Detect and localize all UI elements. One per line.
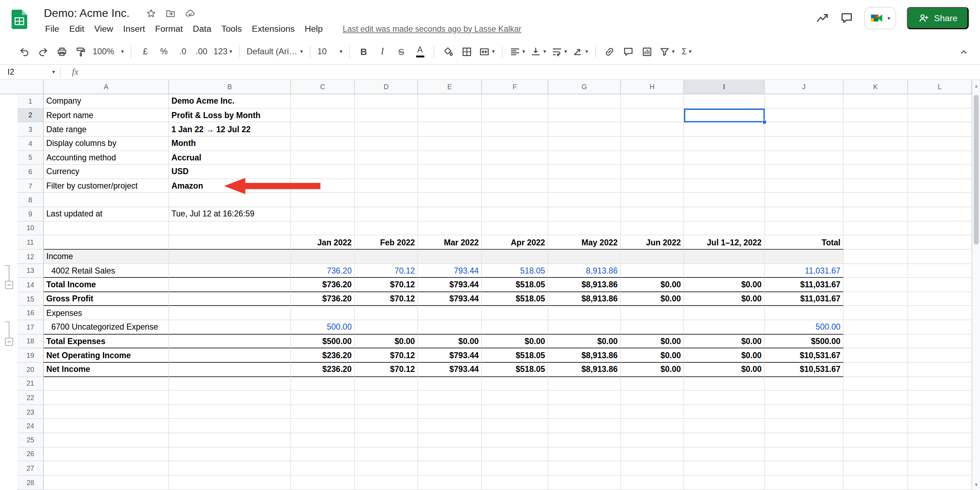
cell-B5[interactable]: Accrual	[169, 151, 291, 165]
star-button[interactable]	[146, 8, 156, 18]
cell-D20[interactable]: $70.12	[355, 363, 418, 377]
cell-K8[interactable]	[843, 193, 908, 207]
cell-L2[interactable]	[908, 108, 972, 122]
cell-J27[interactable]	[765, 461, 844, 476]
cell-G16[interactable]	[548, 306, 621, 320]
row-header-16[interactable]: 16	[18, 306, 44, 320]
cell-G25[interactable]	[548, 433, 621, 447]
cell-C24[interactable]	[291, 419, 355, 433]
cell-B1[interactable]: Demo Acme Inc.	[169, 94, 291, 108]
row-header-26[interactable]: 26	[18, 447, 44, 461]
collapse-toolbar-button[interactable]	[955, 43, 973, 60]
cell-I7[interactable]	[684, 179, 765, 193]
cell-I11[interactable]: Jul 1–12, 2022	[684, 235, 765, 250]
sheets-logo-icon[interactable]	[11, 10, 27, 32]
cell-B20[interactable]	[169, 363, 291, 377]
cell-K2[interactable]	[843, 108, 908, 122]
borders-button[interactable]	[458, 43, 476, 60]
cell-L19[interactable]	[908, 348, 972, 362]
cell-I10[interactable]	[684, 221, 765, 235]
cell-B3[interactable]: 1 Jan 22 → 12 Jul 22	[169, 122, 291, 136]
scrollbar-thumb[interactable]	[974, 95, 978, 245]
cell-K21[interactable]	[843, 377, 908, 391]
cell-L6[interactable]	[908, 165, 972, 179]
font-size-button[interactable]: 10▾	[315, 43, 344, 60]
cell-D14[interactable]: $70.12	[355, 278, 418, 292]
cell-E20[interactable]: $793.44	[418, 363, 482, 377]
cell-G5[interactable]	[548, 151, 621, 165]
insert-comment-button[interactable]	[619, 43, 637, 60]
cell-A12[interactable]: Income	[44, 250, 169, 264]
cell-C13[interactable]: 736.20	[291, 264, 355, 278]
cell-K27[interactable]	[843, 461, 908, 476]
format-percent-button[interactable]: %	[155, 43, 173, 60]
cell-B26[interactable]	[169, 447, 291, 461]
cell-C19[interactable]: $236.20	[291, 348, 355, 362]
cell-J15[interactable]: $11,031.67	[765, 292, 844, 306]
row-header-3[interactable]: 3	[18, 122, 44, 136]
insert-chart-button[interactable]	[638, 43, 656, 60]
cell-G28[interactable]	[548, 476, 621, 490]
row-header-12[interactable]: 12	[18, 250, 44, 264]
cell-J25[interactable]	[765, 433, 844, 447]
cell-G24[interactable]	[548, 419, 621, 433]
cell-F12[interactable]	[482, 250, 548, 264]
column-header-C[interactable]: C	[291, 80, 355, 95]
row-header-10[interactable]: 10	[18, 221, 44, 235]
cell-K14[interactable]	[843, 278, 908, 292]
cell-B13[interactable]	[169, 264, 291, 278]
cell-G9[interactable]	[548, 207, 621, 221]
cell-F14[interactable]: $518.05	[482, 278, 548, 292]
italic-button[interactable]: I	[374, 43, 391, 60]
cell-K22[interactable]	[843, 391, 908, 405]
cell-C15[interactable]: $736.20	[291, 292, 355, 306]
cell-G23[interactable]	[548, 405, 621, 419]
cell-C18[interactable]: $500.00	[291, 334, 355, 348]
cell-H14[interactable]: $0.00	[621, 278, 684, 292]
cell-F11[interactable]: Apr 2022	[482, 235, 548, 250]
cell-J5[interactable]	[765, 151, 844, 165]
cell-B10[interactable]	[169, 221, 291, 235]
cell-D8[interactable]	[355, 193, 418, 207]
cell-L26[interactable]	[908, 447, 972, 461]
cell-L27[interactable]	[908, 461, 972, 476]
cell-L20[interactable]	[908, 363, 972, 377]
cell-I20[interactable]: $0.00	[684, 363, 765, 377]
cell-K5[interactable]	[843, 151, 908, 165]
cell-A22[interactable]	[44, 391, 169, 405]
cell-J17[interactable]: 500.00	[765, 320, 844, 334]
column-header-G[interactable]: G	[548, 80, 621, 95]
cell-A17[interactable]: 6700 Uncategorized Expense	[44, 320, 169, 334]
row-header-1[interactable]: 1	[18, 94, 44, 108]
cell-F23[interactable]	[482, 405, 548, 419]
row-header-15[interactable]: 15	[18, 292, 44, 306]
cell-C26[interactable]	[291, 447, 355, 461]
cell-D21[interactable]	[355, 377, 418, 391]
cell-A4[interactable]: Display columns by	[44, 137, 169, 151]
cell-A5[interactable]: Accounting method	[44, 151, 169, 165]
functions-button[interactable]: Σ▾	[678, 43, 696, 60]
cell-L15[interactable]	[908, 292, 972, 306]
cell-A27[interactable]	[44, 461, 169, 476]
cell-J21[interactable]	[765, 377, 844, 391]
cell-J19[interactable]: $10,531.67	[765, 348, 844, 362]
cell-K11[interactable]	[843, 235, 908, 250]
vertical-scrollbar[interactable]: ▲ ▼	[972, 80, 980, 490]
cell-D2[interactable]	[355, 108, 418, 122]
cell-K24[interactable]	[843, 419, 908, 433]
strikethrough-button[interactable]: S	[392, 43, 410, 60]
cell-I1[interactable]	[684, 94, 765, 108]
cell-I21[interactable]	[684, 377, 765, 391]
cell-J4[interactable]	[765, 137, 844, 151]
cell-H17[interactable]	[621, 320, 684, 334]
fill-color-button[interactable]	[439, 43, 457, 60]
cell-K4[interactable]	[843, 137, 908, 151]
cell-L23[interactable]	[908, 405, 972, 419]
cell-H15[interactable]: $0.00	[621, 292, 684, 306]
column-header-I[interactable]: I	[684, 80, 765, 95]
cell-E6[interactable]	[418, 165, 482, 179]
activity-button[interactable]	[816, 11, 829, 25]
cell-J22[interactable]	[765, 391, 844, 405]
cell-F21[interactable]	[482, 377, 548, 391]
cell-D25[interactable]	[355, 433, 418, 447]
